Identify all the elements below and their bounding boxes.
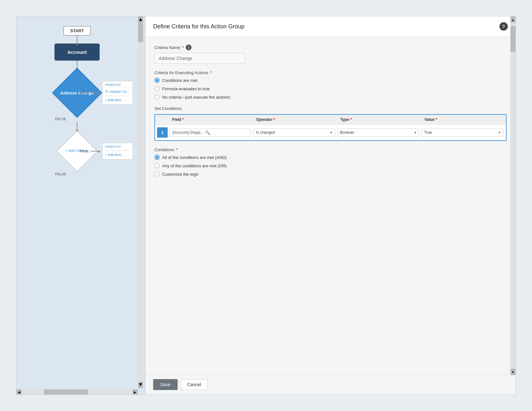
criteria-executing-section: Criteria for Executing Actions * Conditi… [154, 70, 507, 100]
dialog-footer: Save Cancel [145, 374, 516, 395]
criteria-name-input[interactable]: Address Change [154, 53, 245, 64]
type-arrow: ▼ [414, 131, 417, 134]
add-action-btn-2[interactable]: + Add Acti... [105, 152, 130, 157]
info-icon[interactable]: i [186, 44, 192, 50]
dialog-scroll-up[interactable]: ▲ [510, 16, 516, 23]
radio-no-criteria[interactable]: No criteria—just execute the actions! [154, 94, 507, 100]
arrow-down-1 [77, 35, 77, 44]
col-num [155, 117, 170, 122]
h-scroll-track [22, 389, 133, 395]
update-action[interactable]: ↻ Update Co... [105, 89, 130, 94]
account-node[interactable]: Account [54, 44, 100, 61]
radio-conditions-met[interactable]: Conditions are met [154, 78, 507, 83]
scroll-up-btn[interactable]: ▲ [138, 16, 143, 23]
dialog-panel: ▲ ▼ Define Criteria for this Action Grou… [145, 16, 516, 395]
dialog-scroll-down[interactable]: ▼ [510, 369, 516, 375]
set-conditions-section: Set Conditions Field * Operator * [154, 106, 507, 141]
dialog-title: Define Criteria for this Action Group [153, 23, 244, 30]
conditions-table: Field * Operator * Type * Value [154, 114, 507, 141]
required-star-2: * [210, 70, 212, 75]
col-operator-header: Operator * [254, 117, 338, 122]
required-star-1: * [182, 45, 184, 50]
radio-circle-1 [154, 78, 160, 83]
help-icon[interactable]: ? [499, 22, 508, 31]
radio-formula-true[interactable]: Formula evaluates to true [154, 86, 507, 91]
h-scroll: ◀ ▶ [16, 389, 138, 395]
search-icon[interactable]: 🔍 [205, 130, 210, 135]
operator-dropdown[interactable]: Is changed ▼ [254, 128, 335, 137]
radio-circle-2 [154, 86, 160, 91]
radio-circle-custom [154, 171, 160, 177]
dialog-body: Criteria Name * i Address Change Criteri… [145, 37, 516, 374]
immediate-actions-box-2: IMMEDIATE + Add Acti... [102, 143, 133, 160]
radio-circle-3 [154, 94, 160, 100]
type-dropdown[interactable]: Boolean ▼ [338, 128, 419, 137]
criteria-name-section: Criteria Name * i Address Change [154, 44, 507, 64]
divider-1 [105, 96, 130, 96]
conditions-logic-label: Conditions * [154, 147, 507, 152]
criteria-executing-label: Criteria for Executing Actions * [154, 70, 507, 75]
radio-or[interactable]: Any of the conditions are met (OR) [154, 163, 507, 168]
add-action-btn[interactable]: + Add Acti... [105, 97, 130, 103]
immediate-header: IMMEDIATE [105, 83, 130, 87]
set-conditions-label: Set Conditions [154, 106, 507, 111]
false-label-2: FALSE [55, 172, 66, 176]
flow-diagram-panel: ▲ ▼ START Account Address Change TRUE [16, 16, 145, 395]
cancel-button[interactable]: Cancel [181, 379, 207, 390]
value-arrow: ▼ [498, 131, 501, 134]
value-dropdown[interactable]: True ▼ [422, 128, 503, 137]
radio-custom[interactable]: Customize the logic [154, 171, 507, 177]
col-type-header: Type * [338, 117, 422, 122]
false-label-1: FALSE [55, 117, 66, 121]
scroll-track [138, 23, 143, 382]
dialog-scroll-thumb[interactable] [510, 26, 516, 52]
conditions-table-header: Field * Operator * Type * Value [155, 115, 506, 125]
table-row: 1 [Account].Shippi... 🔍 Is changed ▼ Boo… [155, 125, 506, 140]
operator-arrow: ▼ [330, 131, 333, 134]
radio-circle-and [154, 155, 160, 160]
true-branch: TRUE ▶ IMMEDIATE ↻ Update Co... [79, 81, 133, 105]
refresh-icon: ↻ [105, 89, 108, 94]
required-star-field: * [182, 117, 184, 122]
conditions-logic-section: Conditions * All of the conditions are m… [154, 147, 507, 177]
criteria-executing-options: Conditions are met Formula evaluates to … [154, 78, 507, 100]
scroll-thumb[interactable] [138, 23, 143, 42]
required-star-operator: * [274, 117, 275, 122]
dialog-header: Define Criteria for this Action Group ? [145, 16, 516, 37]
conditions-logic-options: All of the conditions are met (AND) Any … [154, 155, 507, 177]
dialog-scroll-track [510, 23, 516, 369]
flow-content: START Account Address Change TRUE ▶ [16, 16, 138, 187]
arrow-down-3 [77, 122, 77, 130]
dialog-scrollbar: ▲ ▼ [510, 16, 516, 375]
criteria-name-label: Criteria Name * i [154, 44, 507, 50]
row-number-1: 1 [157, 127, 168, 138]
required-star-value: * [436, 117, 437, 122]
true-label-2: TRUE [79, 149, 89, 153]
divider-2 [105, 151, 130, 151]
col-value-header: Value * [422, 117, 506, 122]
true-branch-2: TRUE ▶ IMMEDIATE + Add Acti... [79, 143, 133, 160]
save-button[interactable]: Save [153, 379, 178, 390]
required-star-conditions: * [176, 147, 178, 152]
true-label: TRUE [79, 91, 89, 95]
required-star-type: * [350, 117, 352, 122]
scroll-down-btn[interactable]: ▼ [138, 382, 143, 388]
h-scroll-thumb[interactable] [44, 389, 88, 395]
immediate-header-2: IMMEDIATE [105, 145, 130, 149]
h-scroll-right[interactable]: ▶ [133, 389, 138, 395]
col-field-header: Field * [170, 117, 254, 122]
field-input[interactable]: [Account].Shippi... 🔍 [170, 129, 251, 137]
start-node: START [64, 26, 91, 35]
radio-and[interactable]: All of the conditions are met (AND) [154, 155, 507, 160]
immediate-actions-box: IMMEDIATE ↻ Update Co... + Add Acti... [102, 81, 133, 105]
radio-circle-or [154, 163, 160, 168]
h-scroll-left[interactable]: ◀ [16, 389, 22, 395]
